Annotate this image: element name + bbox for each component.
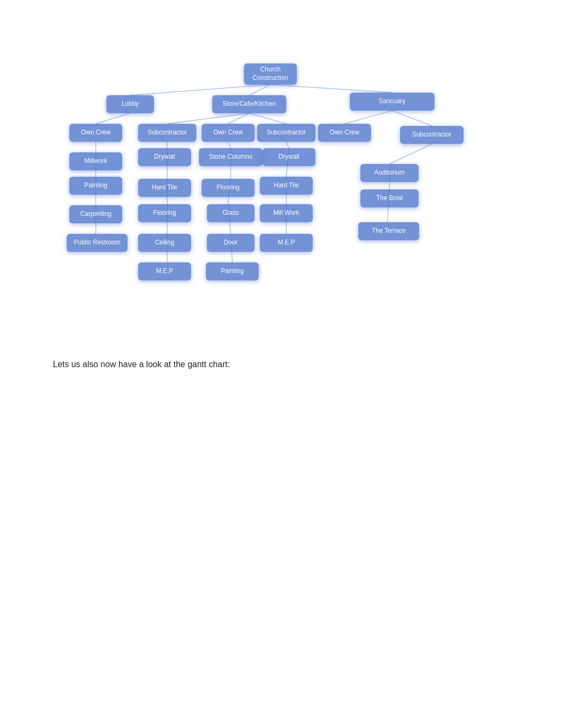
bottom-text: Lets us also now have a look at the gant… — [11, 360, 551, 369]
org-node-sc-ceiling: Ceiling — [138, 234, 191, 252]
svg-line-18 — [228, 142, 231, 148]
org-node-store: Store/Cafe/Kitchen — [212, 95, 286, 113]
org-node-san-own-crew: Own Crew — [318, 124, 371, 142]
org-node-carpenting: Carpenting — [69, 205, 122, 223]
org-chart: Church ConstructionLobbyStore/Cafe/Kitch… — [38, 42, 524, 339]
org-node-sc-hardtile: Hard Tile — [138, 179, 191, 197]
svg-line-2 — [270, 85, 392, 93]
org-node-store-subcontractor2: Subcontractor — [257, 124, 315, 142]
org-node-oc-flooring: Flooring — [202, 179, 255, 197]
svg-line-5 — [228, 113, 249, 124]
org-node-lobby: Lobby — [106, 95, 154, 113]
svg-line-8 — [392, 111, 432, 126]
org-node-lobby-own-crew: Own Crew — [69, 124, 122, 142]
org-node-pub-restroom: Public Restroom — [67, 234, 128, 252]
org-node-san-subcontractor: Subcontractor — [400, 126, 464, 144]
svg-line-7 — [345, 111, 392, 124]
org-node-san-auditorium: Auditorium — [360, 164, 419, 182]
org-node-oc-stone: Stone Columns — [199, 148, 262, 166]
org-node-san-terrace: The Terrace — [358, 222, 419, 240]
svg-line-0 — [130, 85, 270, 95]
org-node-painting: Painting — [69, 177, 122, 195]
org-node-sc2-drywall: Drywall — [262, 148, 315, 166]
org-node-oc-glass: Glass — [207, 204, 255, 222]
org-node-root: Church Construction — [244, 63, 297, 85]
svg-line-4 — [167, 113, 249, 124]
org-node-sc2-mep: M.E.P — [260, 234, 313, 252]
org-node-san-bowl: The Bowl — [360, 189, 419, 207]
svg-line-3 — [96, 113, 130, 124]
org-node-store-subcontractor: Subcontractor — [138, 124, 196, 142]
gantt-intro-text: Lets us also now have a look at the gant… — [53, 360, 230, 369]
svg-line-1 — [249, 85, 270, 95]
org-node-oc-painting: Painting — [206, 262, 259, 280]
svg-line-6 — [249, 113, 286, 124]
svg-line-23 — [286, 142, 289, 148]
org-node-sc-flooring: Flooring — [138, 204, 191, 222]
org-node-sc-drywall: Drywall — [138, 148, 191, 166]
org-node-store-own-crew: Own Crew — [202, 124, 255, 142]
org-node-millwork: Millwork — [69, 152, 122, 170]
org-node-sc2-hardtile: Hard Tile — [260, 177, 313, 195]
page-container: Church ConstructionLobbyStore/Cafe/Kitch… — [0, 0, 562, 390]
org-node-sc-mep: M.E.P — [138, 262, 191, 280]
org-node-sancuary: Sancuary — [350, 93, 434, 111]
org-node-sc2-millwork: Mill Work — [260, 204, 313, 222]
org-node-oc-door: Door — [207, 234, 255, 252]
svg-line-27 — [389, 144, 432, 164]
